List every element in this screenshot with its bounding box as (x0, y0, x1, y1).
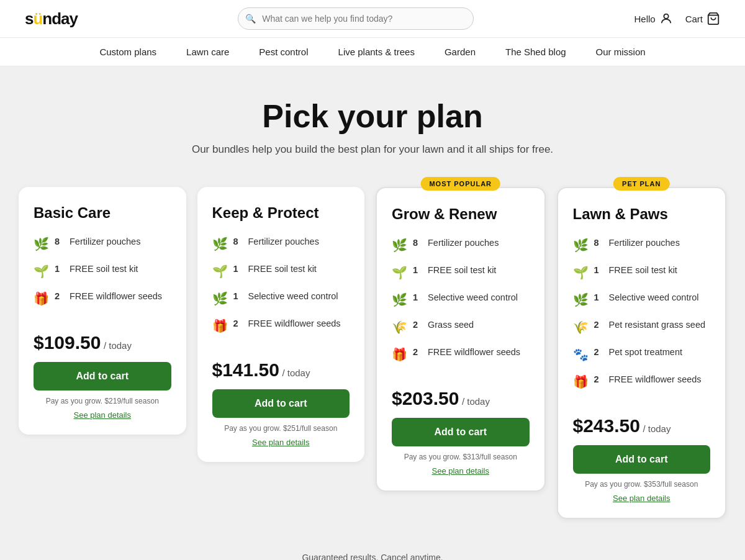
hello-label: Hello (634, 14, 655, 24)
feature-text: FREE soil test kit (248, 263, 317, 275)
feature-icon: 🌱 (34, 263, 48, 280)
add-to-cart-button-basic-care[interactable]: Add to cart (34, 362, 171, 391)
feature-count: 1 (55, 263, 63, 275)
price-suffix: / today (104, 340, 132, 351)
hello-account[interactable]: Hello (634, 12, 672, 25)
feature-icon: 🎁 (392, 346, 407, 363)
feature-count: 2 (594, 373, 603, 386)
feature-icon: 🌱 (212, 263, 227, 280)
site-logo[interactable]: sünday (25, 9, 78, 29)
add-to-cart-button-keep-protect[interactable]: Add to cart (212, 389, 350, 418)
feature-text: FREE wildflower seeds (70, 290, 162, 302)
nav-our-mission[interactable]: Our mission (596, 47, 646, 57)
nav-custom-plans[interactable]: Custom plans (99, 47, 156, 57)
plan-price-keep-protect: $141.50 / today (212, 359, 350, 381)
plan-card-keep-protect: Keep & Protect 🌿 8 Fertilizer pouches 🌱 … (197, 187, 365, 462)
feature-icon: 🌿 (573, 237, 588, 254)
feature-item: 🌱 1 FREE soil test kit (34, 263, 171, 280)
add-to-cart-button-grow-renew[interactable]: Add to cart (392, 418, 530, 446)
feature-item: 🐾 2 Pet spot treatment (573, 346, 711, 363)
feature-count: 2 (594, 346, 603, 358)
see-details-link-grow-renew[interactable]: See plan details (392, 466, 530, 476)
feature-icon: 🌾 (573, 318, 588, 336)
header-right: Hello Cart (634, 12, 720, 25)
add-to-cart-button-lawn-paws[interactable]: Add to cart (573, 445, 711, 474)
plan-title-lawn-paws: Lawn & Paws (573, 205, 711, 223)
plans-grid: Basic Care 🌿 8 Fertilizer pouches 🌱 1 FR… (19, 187, 726, 519)
feature-icon: 🎁 (34, 290, 48, 307)
feature-count: 1 (413, 264, 422, 276)
feature-item: 🌿 8 Fertilizer pouches (392, 237, 530, 254)
pay-as-grow-grow-renew: Pay as you grow. $313/full season (392, 453, 530, 461)
footer-note-text: Guaranteed results. Cancel anytime. (302, 553, 443, 560)
feature-text: FREE wildflower seeds (428, 346, 520, 358)
feature-icon: 🌿 (392, 237, 407, 254)
feature-count: 2 (413, 318, 422, 331)
plan-title-grow-renew: Grow & Renew (392, 205, 530, 223)
search-bar: 🔍 (238, 7, 474, 30)
search-input[interactable] (238, 7, 474, 30)
pay-as-grow-keep-protect: Pay as you grow. $251/full season (212, 424, 350, 433)
hero-section: Pick your plan Our bundles help you buil… (0, 66, 745, 174)
feature-item: 🌿 8 Fertilizer pouches (573, 237, 711, 254)
feature-icon: 🌿 (573, 291, 588, 309)
nav-pest-control[interactable]: Pest control (259, 47, 308, 57)
see-details-link-lawn-paws[interactable]: See plan details (573, 494, 711, 503)
plan-card-grow-renew: MOST POPULAR Grow & Renew 🌿 8 Fertilizer… (376, 187, 546, 492)
plan-badge-lawn-paws: PET PLAN (613, 177, 669, 191)
see-details-link-keep-protect[interactable]: See plan details (212, 438, 350, 447)
feature-icon: 🌱 (392, 264, 407, 281)
pay-as-grow-lawn-paws: Pay as you grow. $353/full season (573, 480, 711, 489)
feature-item: 🎁 2 FREE wildflower seeds (34, 290, 171, 307)
plan-features-lawn-paws: 🌿 8 Fertilizer pouches 🌱 1 FREE soil tes… (573, 237, 711, 400)
price-suffix: / today (643, 423, 670, 434)
nav-garden[interactable]: Garden (445, 47, 476, 57)
feature-item: 🎁 2 FREE wildflower seeds (392, 346, 530, 363)
price-suffix: / today (282, 368, 310, 378)
cart-button[interactable]: Cart (685, 12, 720, 25)
footer-note: Guaranteed results. Cancel anytime. (0, 544, 745, 560)
feature-item: 🌱 1 FREE soil test kit (573, 264, 711, 281)
feature-icon: 🌿 (34, 235, 48, 253)
plan-badge-grow-renew: MOST POPULAR (420, 177, 500, 191)
feature-item: 🌿 1 Selective weed control (573, 291, 711, 309)
feature-count: 1 (233, 290, 242, 302)
site-header: sünday 🔍 Hello Cart (0, 0, 745, 38)
plan-title-basic-care: Basic Care (34, 204, 171, 222)
main-nav: Custom plans Lawn care Pest control Live… (0, 38, 745, 66)
price-main: $203.50 (392, 388, 459, 409)
cart-icon (707, 12, 720, 25)
feature-icon: 🎁 (573, 373, 588, 391)
user-icon (659, 12, 673, 25)
feature-text: FREE wildflower seeds (248, 317, 341, 330)
feature-item: 🎁 2 FREE wildflower seeds (573, 373, 711, 391)
feature-text: Fertilizer pouches (70, 235, 140, 248)
price-suffix: / today (462, 396, 490, 407)
feature-icon: 🌾 (392, 318, 407, 336)
feature-icon: 🌿 (392, 291, 407, 309)
hero-title: Pick your plan (12, 97, 733, 135)
feature-icon: 🐾 (573, 346, 588, 363)
feature-text: Selective weed control (248, 290, 338, 302)
feature-count: 8 (594, 237, 603, 249)
feature-icon: 🌿 (212, 290, 227, 307)
nav-live-plants[interactable]: Live plants & trees (338, 47, 415, 57)
see-details-link-basic-care[interactable]: See plan details (34, 410, 171, 420)
feature-count: 2 (413, 346, 422, 358)
feature-item: 🌱 1 FREE soil test kit (392, 264, 530, 281)
feature-item: 🌿 1 Selective weed control (212, 290, 350, 307)
feature-text: FREE soil test kit (609, 264, 677, 276)
svg-point-0 (664, 14, 668, 19)
search-icon: 🔍 (245, 14, 256, 24)
plan-features-keep-protect: 🌿 8 Fertilizer pouches 🌱 1 FREE soil tes… (212, 235, 350, 345)
plan-card-lawn-paws: PET PLAN Lawn & Paws 🌿 8 Fertilizer pouc… (557, 187, 727, 519)
price-main: $243.50 (573, 415, 640, 436)
nav-lawn-care[interactable]: Lawn care (186, 47, 229, 57)
nav-shed-blog[interactable]: The Shed blog (505, 47, 566, 57)
pay-as-grow-basic-care: Pay as you grow. $219/full season (34, 397, 171, 405)
price-main: $109.50 (34, 332, 101, 353)
feature-count: 8 (55, 235, 63, 248)
feature-item: 🌱 1 FREE soil test kit (212, 263, 350, 280)
feature-count: 2 (55, 290, 63, 302)
feature-icon: 🌿 (212, 235, 227, 253)
